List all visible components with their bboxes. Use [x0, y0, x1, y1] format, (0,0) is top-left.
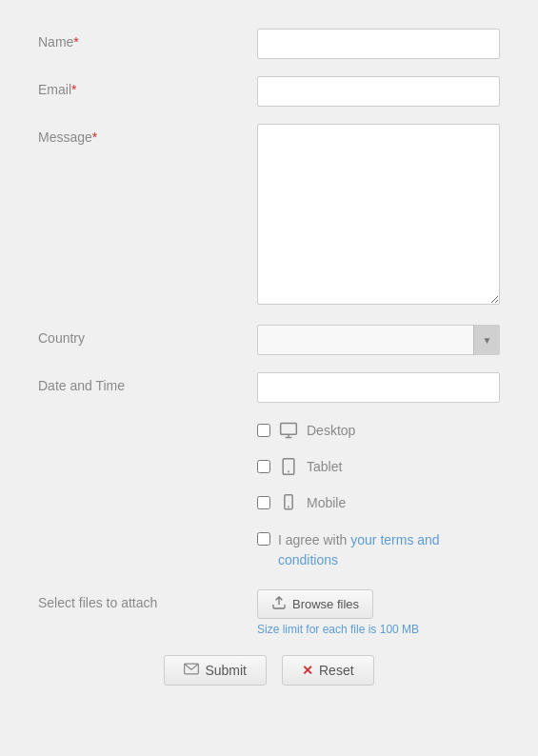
terms-text: I agree with your terms and conditions — [278, 530, 500, 570]
message-row: Message* — [38, 124, 500, 308]
message-textarea[interactable] — [257, 124, 500, 305]
tablet-checkbox-row: Tablet — [257, 456, 500, 477]
terms-checkbox[interactable] — [257, 532, 270, 546]
file-upload-label: Select files to attach — [38, 589, 257, 610]
file-size-note: Size limit for each file is 100 MB — [257, 623, 419, 636]
monitor-icon — [278, 420, 299, 441]
browse-files-button[interactable]: Browse files — [257, 589, 373, 619]
terms-row: I agree with your terms and conditions — [38, 530, 500, 570]
submit-button[interactable]: Submit — [164, 655, 267, 686]
country-select[interactable]: United States United Kingdom Canada Aust… — [257, 325, 500, 355]
mobile-label: Mobile — [307, 495, 346, 510]
country-select-wrapper: United States United Kingdom Canada Aust… — [257, 325, 500, 355]
submit-icon — [184, 663, 199, 678]
reset-button[interactable]: ✕ Reset — [282, 655, 374, 686]
country-label: Country — [38, 325, 257, 346]
name-input[interactable] — [257, 29, 500, 59]
message-required: * — [92, 129, 97, 145]
desktop-checkbox[interactable] — [257, 424, 270, 437]
reset-icon: ✕ — [302, 663, 313, 678]
name-required: * — [73, 34, 78, 50]
mobile-icon — [278, 492, 299, 513]
form-container: Name* Email* Message* Country United — [19, 19, 519, 714]
datetime-input[interactable] — [257, 372, 500, 403]
name-field — [257, 29, 500, 59]
name-row: Name* — [38, 29, 500, 59]
upload-icon — [271, 595, 287, 613]
tablet-icon — [278, 456, 299, 477]
message-field — [257, 124, 500, 308]
terms-before-text: I agree with — [278, 532, 350, 547]
tablet-label: Tablet — [307, 459, 342, 474]
browse-label: Browse files — [292, 597, 359, 611]
email-label: Email* — [38, 76, 257, 97]
name-label: Name* — [38, 29, 257, 50]
submit-label: Submit — [205, 663, 247, 678]
datetime-label: Date and Time — [38, 372, 257, 393]
desktop-label: Desktop — [307, 423, 355, 438]
email-input[interactable] — [257, 76, 500, 107]
mobile-checkbox-row: Mobile — [257, 492, 500, 513]
tablet-checkbox[interactable] — [257, 460, 270, 473]
desktop-checkbox-row: Desktop — [257, 420, 500, 441]
email-row: Email* — [38, 76, 500, 107]
file-section: Browse files Size limit for each file is… — [257, 589, 419, 636]
datetime-row: Date and Time — [38, 372, 500, 403]
button-row: Submit ✕ Reset — [38, 655, 500, 686]
country-field: United States United Kingdom Canada Aust… — [257, 325, 500, 355]
country-row: Country United States United Kingdom Can… — [38, 325, 500, 355]
device-checkboxes-section: Desktop Tablet Mobile — [38, 420, 500, 513]
reset-label: Reset — [319, 663, 354, 678]
mobile-checkbox[interactable] — [257, 496, 270, 509]
file-upload-row: Select files to attach Browse files Size… — [38, 589, 500, 636]
svg-rect-0 — [281, 424, 297, 435]
email-required: * — [71, 82, 76, 97]
datetime-field — [257, 372, 500, 403]
message-label: Message* — [38, 124, 257, 145]
email-field — [257, 76, 500, 107]
